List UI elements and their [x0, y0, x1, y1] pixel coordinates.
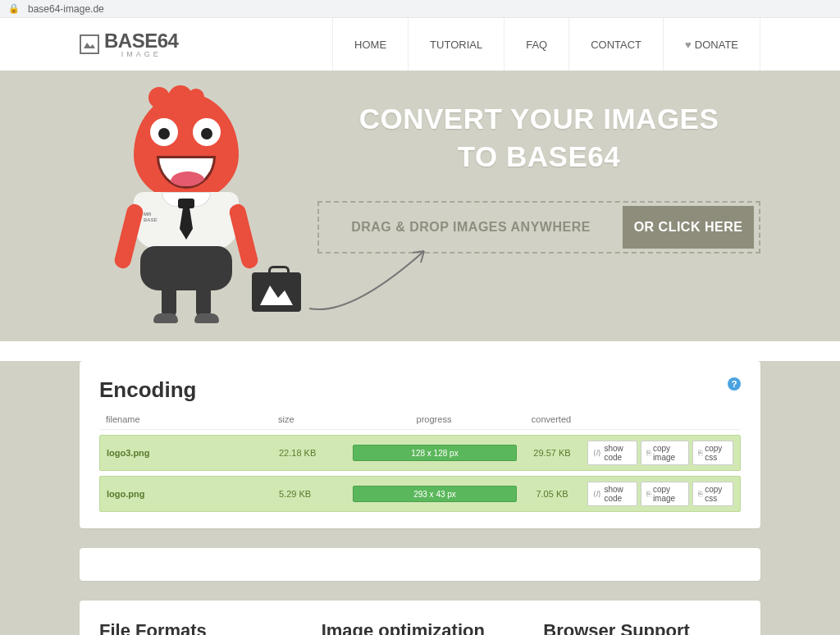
encoding-title: Encoding: [99, 377, 741, 403]
browser-support-title: Browser Support: [543, 620, 741, 635]
hero-title: CONVERT YOUR IMAGES TO BASE64: [317, 100, 760, 175]
drop-zone-label: DRAG & DROP IMAGES ANYWHERE: [319, 220, 623, 235]
show-code-button[interactable]: ⟨/⟩show code: [587, 441, 637, 465]
copy-css-button[interactable]: ⎘copy css: [692, 441, 733, 465]
drop-zone[interactable]: DRAG & DROP IMAGES ANYWHERE OR CLICK HER…: [317, 201, 760, 254]
main-nav: HOME TUTORIAL FAQ CONTACT ♥DONATE: [332, 18, 760, 71]
spacer-panel: [80, 548, 760, 581]
logo-sub-text: IMAGE: [104, 51, 178, 58]
site-logo[interactable]: BASE64 IMAGE: [80, 31, 178, 58]
cell-size: 22.18 KB: [279, 448, 353, 458]
heart-icon: ♥: [685, 39, 692, 51]
header: BASE64 IMAGE HOME TUTORIAL FAQ CONTACT ♥…: [0, 18, 840, 71]
url-text: base64-image.de: [28, 3, 104, 15]
cell-progress: 128 x 128 px: [353, 445, 517, 461]
cell-progress: 293 x 43 px: [353, 486, 517, 502]
cell-converted: 7.05 KB: [517, 489, 587, 499]
lock-icon: 🔒: [8, 3, 20, 14]
copy-icon: ⎘: [646, 490, 651, 498]
mascot-column: MRBASE: [80, 71, 293, 340]
browser-support-column: Browser Support The encoded results are …: [543, 620, 741, 635]
copy-image-button[interactable]: ⎘copy image: [641, 482, 689, 506]
copy-icon: ⎘: [698, 449, 702, 457]
nav-home[interactable]: HOME: [332, 18, 408, 71]
upload-click-button[interactable]: OR CLICK HERE: [623, 206, 754, 249]
nav-contact[interactable]: CONTACT: [568, 18, 663, 71]
encoding-panel: ? Encoding filename size progress conver…: [80, 361, 760, 528]
logo-icon: [80, 34, 99, 54]
cell-filename: logo.png: [107, 489, 279, 499]
image-optimization-column: Image optimization We can optimize your …: [322, 620, 519, 635]
cell-size: 5.29 KB: [279, 489, 353, 499]
nav-donate[interactable]: ♥DONATE: [663, 18, 760, 71]
nav-faq[interactable]: FAQ: [504, 18, 568, 71]
copy-image-button[interactable]: ⎘copy image: [641, 441, 689, 465]
file-formats-title: File Formats: [99, 620, 297, 635]
table-row: logo3.png 22.18 KB 128 x 128 px 29.57 KB…: [99, 435, 741, 471]
mascot-illustration: MRBASE: [96, 85, 276, 340]
copy-icon: ⎘: [698, 490, 702, 498]
code-icon: ⟨/⟩: [593, 449, 602, 457]
nav-tutorial[interactable]: TUTORIAL: [408, 18, 504, 71]
file-formats-column: File Formats You can upload up to 20 ima…: [99, 620, 297, 635]
cell-converted: 29.57 KB: [517, 448, 587, 458]
copy-css-button[interactable]: ⎘copy css: [692, 482, 733, 506]
hero-section: MRBASE CONVERT YOUR IMAGES TO BASE64 DRA…: [0, 71, 840, 341]
image-optimization-title: Image optimization: [322, 620, 519, 635]
copy-icon: ⎘: [646, 449, 651, 457]
code-icon: ⟨/⟩: [593, 490, 602, 498]
info-panel: File Formats You can upload up to 20 ima…: [80, 601, 760, 635]
cell-filename: logo3.png: [107, 448, 279, 458]
encoding-table-header: filename size progress converted: [99, 409, 741, 430]
logo-main-text: BASE64: [104, 31, 178, 51]
address-bar: 🔒 base64-image.de: [0, 0, 840, 18]
table-row: logo.png 5.29 KB 293 x 43 px 7.05 KB ⟨/⟩…: [99, 476, 741, 512]
briefcase-icon: [252, 272, 301, 312]
show-code-button[interactable]: ⟨/⟩show code: [587, 482, 637, 506]
help-icon[interactable]: ?: [728, 377, 741, 391]
